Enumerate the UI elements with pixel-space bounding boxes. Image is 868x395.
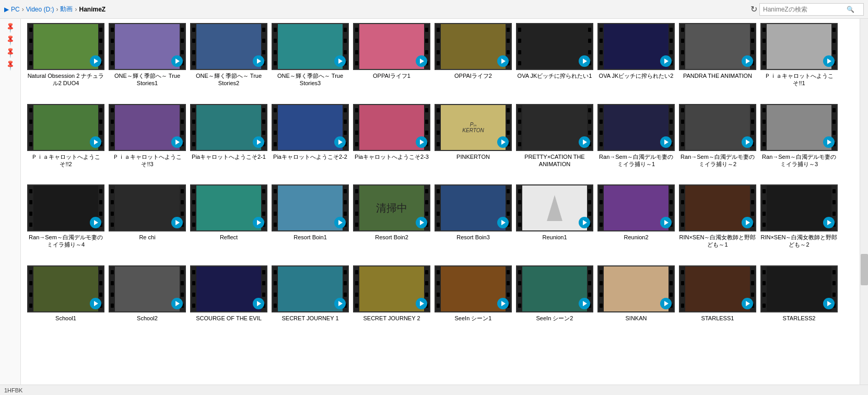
video-item-pia-2-3[interactable]: Piaキャロットへようこそ2-3 — [353, 104, 430, 168]
video-item-scourge-evil[interactable]: SCOURGE OF THE EVIL — [190, 265, 267, 322]
video-item-resort-boin1[interactable]: Resort Boin1 — [272, 184, 349, 249]
video-item-rin-sen1[interactable]: RIN×SEN～白濁女教師と野郎ども～1 — [679, 184, 756, 249]
film-strip-left — [191, 266, 196, 311]
play-button[interactable] — [823, 55, 835, 67]
play-button[interactable] — [253, 55, 264, 67]
video-item-pia-welcome1[interactable]: Ｐｉａキャロットへようこそ!!1 — [760, 23, 838, 87]
play-button[interactable] — [497, 55, 509, 67]
video-item-pia-2-1[interactable]: Piaキャロットへようこそ2-1 — [190, 104, 267, 168]
video-item-school2[interactable]: School2 — [109, 265, 186, 322]
play-button[interactable] — [416, 298, 427, 309]
video-item-school1[interactable]: School1 — [27, 265, 104, 322]
video-item-ran-sem-mira3[interactable]: Ran→Sem～白濁デルモ妻のミイラ捕り～3 — [760, 104, 838, 168]
right-scrollbar[interactable] — [860, 19, 868, 395]
thumbnail-frame — [760, 104, 838, 151]
play-button[interactable] — [823, 136, 835, 148]
play-button[interactable] — [253, 298, 264, 309]
video-title: RIN×SEN～白濁女教師と野郎ども～2 — [760, 234, 838, 249]
video-item-resort-boin2[interactable]: 清掃中 Resort Boin2 — [353, 184, 430, 249]
breadcrumb-pc-label[interactable]: PC — [11, 6, 20, 13]
video-item-rechi[interactable]: Re chi — [109, 184, 186, 249]
thumbnail-wrapper — [516, 184, 593, 231]
play-button[interactable] — [171, 298, 183, 309]
video-item-starless1[interactable]: STARLESS1 — [679, 265, 756, 322]
video-item-starless2[interactable]: STARLESS2 — [760, 265, 838, 322]
video-item-pia-welcome2[interactable]: Ｐｉａキャロットへようこそ!!2 — [27, 104, 104, 168]
video-item-secret-journey2[interactable]: SECRET JOURNEY 2 — [353, 265, 430, 322]
thumbnail-wrapper — [760, 184, 838, 231]
video-item-one-true2[interactable]: ONE～輝く季節へ～ True Stories2 — [190, 23, 267, 87]
play-button[interactable] — [334, 298, 346, 309]
thumbnail-wrapper — [760, 23, 838, 70]
video-item-resort-boin3[interactable]: Resort Boin3 — [435, 184, 512, 249]
video-item-reunion2[interactable]: Reunion2 — [597, 184, 675, 249]
play-button[interactable] — [334, 136, 346, 148]
video-item-pinkerton[interactable]: PᵢₙKERTON PINKERTON — [435, 104, 512, 168]
video-item-pia-2-2[interactable]: Piaキャロットへようこそ2-2 — [272, 104, 349, 168]
video-item-one-true1[interactable]: ONE～輝く季節へ～ True Stories1 — [109, 23, 186, 87]
video-item-reflect[interactable]: Reflect — [190, 184, 267, 249]
pin-icon-1[interactable]: 📌 — [4, 21, 16, 33]
video-item-ran-sem-mira2[interactable]: Ran→Sem～白濁デルモ妻のミイラ捕り～2 — [679, 104, 756, 168]
play-button[interactable] — [416, 55, 427, 67]
play-button[interactable] — [660, 55, 672, 67]
main-layout: 📌 📌 📌 📌 — [0, 19, 868, 395]
breadcrumb-doga[interactable]: 動画 — [60, 5, 73, 14]
play-button[interactable] — [579, 136, 590, 148]
video-item-seeln-scene1[interactable]: SeeIn シーン1 — [435, 265, 512, 322]
play-button[interactable] — [171, 55, 183, 67]
breadcrumb-pc[interactable]: ▶ — [4, 6, 9, 13]
breadcrumb-video[interactable]: Video (D:) — [26, 6, 54, 13]
pin-icon-3[interactable]: 📌 — [4, 46, 16, 58]
play-button[interactable] — [90, 136, 101, 148]
video-item-ran-sem-mira4[interactable]: Ran→Sem～白濁デルモ妻のミイラ捕り～4 — [27, 184, 104, 249]
pin-icon-4[interactable]: 📌 — [4, 59, 16, 71]
title-bar: ▶ PC › Video (D:) › 動画 › HanimeZ ↻ 🔍 — [0, 0, 868, 19]
pin-icon-2[interactable]: 📌 — [4, 33, 16, 45]
play-button[interactable] — [497, 298, 509, 309]
scrollbar-thumb[interactable] — [861, 254, 868, 285]
play-button[interactable] — [579, 298, 590, 309]
video-item-one-true3[interactable]: ONE～輝く季節へ～ True Stories3 — [272, 23, 349, 87]
play-button[interactable] — [90, 55, 101, 67]
thumbnail-wrapper — [760, 265, 838, 312]
video-item-ova-jk1[interactable]: OVA JKビッチに搾られたい1 — [516, 23, 593, 87]
content-area[interactable]: Natural Obsession 2 ナチュラル2 DUO4 — [21, 19, 860, 395]
video-item-ova-jk2[interactable]: OVA JKビッチに搾られたい2 — [597, 23, 675, 87]
video-item-sinkan[interactable]: SINKAN — [597, 265, 675, 322]
play-button[interactable] — [660, 298, 672, 309]
status-text: 1HFBK — [4, 387, 22, 393]
video-item-oppai-life1[interactable]: OPPAIライフ1 — [353, 23, 430, 87]
play-button[interactable] — [253, 136, 264, 148]
refresh-button[interactable]: ↻ — [750, 4, 757, 14]
play-button[interactable] — [90, 298, 101, 309]
play-button[interactable] — [334, 55, 346, 67]
play-button[interactable] — [823, 298, 835, 309]
film-strip-left — [354, 266, 359, 311]
search-box[interactable]: 🔍 — [759, 3, 864, 16]
video-item-pia-welcome3[interactable]: Ｐｉａキャロットへようこそ!!3 — [109, 104, 186, 168]
video-item-seeln-scene2[interactable]: SeeIn シーン2 — [516, 265, 593, 322]
search-input[interactable] — [763, 6, 847, 13]
video-item-natural-obsession[interactable]: Natural Obsession 2 ナチュラル2 DUO4 — [27, 23, 104, 87]
thumbnail-wrapper — [435, 184, 512, 231]
thumbnail-frame — [597, 104, 675, 151]
video-item-oppai-life2[interactable]: OPPAIライフ2 — [435, 23, 512, 87]
play-button[interactable] — [660, 136, 672, 148]
thumb-inner — [604, 24, 668, 69]
play-button[interactable] — [171, 136, 183, 148]
video-item-pretty-cation[interactable]: PRETTY×CATION THE ANIMATION — [516, 104, 593, 168]
play-button[interactable] — [742, 55, 753, 67]
play-button[interactable] — [579, 55, 590, 67]
video-item-secret-journey1[interactable]: SECRET JOURNEY 1 — [272, 265, 349, 322]
play-button[interactable] — [742, 298, 753, 309]
play-button[interactable] — [742, 136, 753, 148]
video-item-pandra[interactable]: PANDRA THE ANIMATION — [679, 23, 756, 87]
film-strip-left — [517, 266, 522, 311]
thumb-inner — [359, 266, 424, 311]
play-button[interactable] — [497, 136, 509, 148]
video-item-reunion1[interactable]: Reunion1 — [516, 184, 593, 249]
video-item-ran-sem-mira1[interactable]: Ran→Sem～白濁デルモ妻のミイラ捕り～1 — [597, 104, 675, 168]
video-item-rin-sen2[interactable]: RIN×SEN～白濁女教師と野郎ども～2 — [760, 184, 838, 249]
play-button[interactable] — [416, 136, 427, 148]
